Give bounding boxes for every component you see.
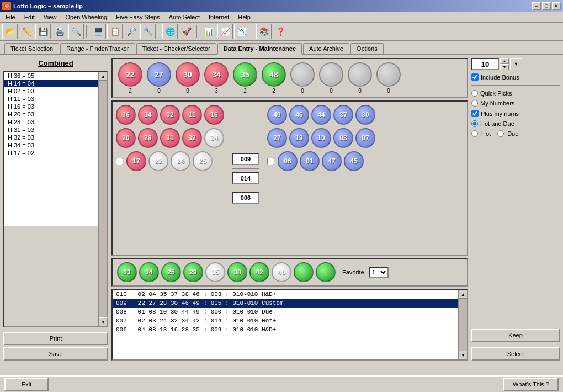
row3-right-checkbox[interactable] [267,158,274,165]
mid-ball-11: 11 [182,105,202,125]
toolbar-settings[interactable]: 🔧 [140,24,156,39]
menu-edit[interactable]: Edit [21,13,38,21]
spinner-row: ▲ ▼ ▼ [471,58,560,70]
results-scroll-down[interactable]: ▼ [459,351,468,359]
divider1 [471,85,560,86]
tab-ticket-selection[interactable]: Ticket Selection [4,43,59,54]
list-item[interactable]: H 28 = 03 [4,118,98,126]
toolbar-zoom[interactable]: 🔎 [124,24,139,39]
input-val3[interactable] [232,192,259,204]
results-list[interactable]: 010 02 04 35 37 38 46 : 008 : 010-010 H&… [113,290,458,359]
result-row[interactable]: 008 01 08 10 30 44 49 : 000 : 010-010 Du… [113,308,458,316]
toolbar-help[interactable]: ❓ [273,24,288,39]
tab-data-entry[interactable]: Data Entry - Maintenance [217,43,302,55]
toolbar-monitor[interactable]: 🖥️ [91,24,106,39]
result-row[interactable]: 006 04 08 13 16 28 35 : 009 : 010-010 H&… [113,325,458,334]
list-item[interactable]: H 34 = 03 [4,141,98,149]
input-val1[interactable] [232,153,259,165]
scroll-down-btn[interactable]: ▼ [99,317,108,326]
list-item[interactable]: H 36 = 05 [4,72,98,80]
ball-count-e4: 0 [387,88,390,94]
result-row[interactable]: 010 02 04 35 37 38 46 : 008 : 010-010 H&… [113,290,458,299]
row3-left-checkbox[interactable] [116,158,123,165]
quick-picks-radio[interactable] [471,90,478,97]
toolbar-save[interactable]: 💾 [35,24,51,39]
toolbar-chart3[interactable]: 📉 [234,24,249,39]
bot-ball-29: 29 [183,262,203,282]
toolbar-clipboard[interactable]: 📋 [107,24,123,39]
toolbar-print[interactable]: 🖨️ [52,24,67,39]
ball-count-34: 3 [215,88,218,94]
exit-button[interactable]: Exit [4,378,49,391]
toolbar-book[interactable]: 📚 [256,24,272,39]
plus-my-nums-checkbox[interactable] [471,110,479,117]
favorite-select[interactable]: 123 [369,267,389,278]
list-item[interactable]: H 32 = 03 [4,134,98,141]
menu-auto-select[interactable]: Auto Select [166,13,203,21]
close-button[interactable]: ✕ [552,2,561,10]
ball-col-e4: 0 [376,62,401,94]
list-item[interactable]: H 02 = 03 [4,87,98,95]
list-scrollbar[interactable]: ▲ ▼ [98,72,107,326]
tab-range-finder[interactable]: Range - Finder/Tracker [60,43,135,54]
bot-ball-38: 38 [227,262,247,282]
bot-ball-25: 25 [161,262,181,282]
due-radio[interactable] [497,130,504,137]
list-item[interactable]: H 20 = 03 [4,110,98,118]
toolbar-open[interactable]: 📂 [2,24,18,39]
menu-open-wheeling[interactable]: Open Wheeling [62,13,110,21]
spinner-input[interactable] [471,58,499,70]
menu-file[interactable]: File [2,13,19,21]
list-scroll[interactable]: H 36 = 05 H 14 = 04 H 02 = 03 H 11 = 03 … [4,72,98,226]
quick-picks-label: Quick Picks [480,90,512,97]
combo-dropdown[interactable]: ▼ [510,58,522,70]
toolbar-launch[interactable]: 🚀 [179,24,194,39]
include-bonus-checkbox[interactable] [471,73,479,81]
maximize-button[interactable]: □ [542,2,551,10]
spin-down-btn[interactable]: ▼ [500,64,509,70]
print-button[interactable]: Print [3,332,108,345]
menu-five-easy-steps[interactable]: Five Easy Steps [113,13,163,21]
mid-ball-16: 16 [204,105,224,125]
save-button[interactable]: Save [3,347,108,361]
results-scrollbar[interactable]: ▲ ▼ [458,290,467,359]
tab-ticket-checker[interactable]: Ticket - Checker/Selector [136,43,216,54]
toolbar-chart1[interactable]: 📊 [201,24,216,39]
scroll-up-btn[interactable]: ▲ [99,72,108,81]
mid-ball-24: 24 [171,151,190,171]
input-val2[interactable] [232,172,259,184]
tab-bar: Ticket Selection Range - Finder/Tracker … [0,41,563,55]
minimize-button[interactable]: – [532,2,541,10]
ball-empty-1 [290,62,315,87]
toolbar-search[interactable]: 🔍 [68,24,84,39]
list-item-selected[interactable]: H 14 = 04 [4,80,98,87]
list-item[interactable]: H 11 = 03 [4,95,98,103]
app-icon: 🎯 [2,2,11,10]
bot-ball-03: 03 [117,262,137,282]
spin-up-btn[interactable]: ▲ [500,58,509,64]
menu-help[interactable]: Help [235,13,254,21]
bot-ball-48: 48 [272,262,291,282]
toolbar-edit[interactable]: ✏️ [19,24,34,39]
bot-ball-e1 [294,262,314,282]
list-item[interactable]: H 16 = 03 [4,103,98,110]
list-item[interactable]: H 31 = 03 [4,126,98,134]
hot-and-due-radio[interactable] [471,120,478,127]
menu-internet[interactable]: Internet [205,13,232,21]
results-scroll-up[interactable]: ▲ [459,290,468,299]
select-button[interactable]: Select [471,347,560,361]
toolbar-web[interactable]: 🌐 [162,24,178,39]
list-item[interactable]: H 17 = 02 [4,149,98,157]
hot-radio[interactable] [471,130,478,137]
whats-this-button[interactable]: What's This ? [503,378,559,391]
result-row-selected[interactable]: 009 22 27 28 30 46 49 : 005 : 010-010 Cu… [113,299,458,308]
tab-options[interactable]: Options [350,43,384,54]
toolbar-chart2[interactable]: 📈 [217,24,233,39]
result-row[interactable]: 007 02 03 24 32 34 42 : 014 : 010-010 Ho… [113,316,458,325]
mid-ball-47: 47 [322,151,342,171]
my-numbers-radio[interactable] [471,100,478,107]
menu-view[interactable]: View [40,13,60,21]
toolbar-separator4 [252,25,254,38]
keep-button[interactable]: Keep [471,329,560,342]
tab-auto-archive[interactable]: Auto Archive [303,43,349,54]
